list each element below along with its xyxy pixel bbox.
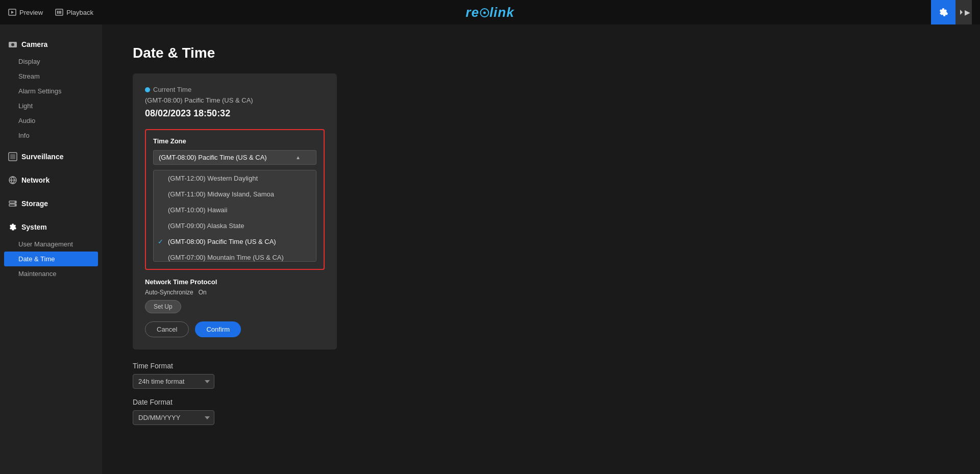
current-datetime-value: 08/02/2023 18:50:32	[145, 108, 325, 119]
settings-button[interactable]	[931, 0, 955, 24]
date-format-label: Date Format	[133, 398, 949, 406]
time-format-label: Time Format	[133, 362, 949, 370]
sidebar-section-surveillance: Surveillance	[0, 147, 102, 166]
card-actions: Cancel Confirm	[145, 321, 325, 337]
logo: relink	[465, 5, 514, 20]
svg-point-7	[11, 43, 14, 46]
surveillance-icon	[8, 152, 17, 161]
svg-point-13	[15, 202, 16, 203]
camera-icon	[8, 40, 17, 49]
network-section-label: Network	[21, 176, 50, 184]
sidebar-storage-header[interactable]: Storage	[0, 194, 102, 213]
sidebar-item-user-management[interactable]: User Management	[0, 237, 102, 252]
preview-nav-item[interactable]: Preview	[8, 8, 43, 16]
sidebar-network-header[interactable]: Network	[0, 170, 102, 190]
main-layout: Camera Display Stream Alarm Settings Lig…	[0, 24, 980, 474]
svg-rect-5	[60, 11, 61, 14]
page-title: Date & Time	[133, 45, 949, 61]
playback-label: Playback	[66, 9, 93, 16]
sidebar-section-system: System User Management Date & Time Maint…	[0, 217, 102, 281]
sidebar-item-info[interactable]: Info	[0, 128, 102, 143]
time-format-section: Time Format 24h time format 12h time for…	[133, 362, 949, 389]
current-time-timezone: (GMT-08:00) Pacific Time (US & CA)	[145, 96, 325, 104]
confirm-button[interactable]: Confirm	[195, 321, 241, 337]
svg-rect-4	[59, 11, 60, 14]
timezone-option-3[interactable]: (GMT-09:00) Alaska State	[154, 218, 316, 234]
sidebar-item-maintenance[interactable]: Maintenance	[0, 266, 102, 281]
timezone-option-2[interactable]: (GMT-10:00) Hawaii	[154, 202, 316, 218]
sidebar-item-stream[interactable]: Stream	[0, 69, 102, 84]
topnav-left: Preview Playback	[8, 8, 93, 16]
timezone-section: Time Zone (GMT-08:00) Pacific Time (US &…	[145, 129, 325, 270]
sidebar-surveillance-header[interactable]: Surveillance	[0, 147, 102, 166]
date-format-section: Date Format DD/MM/YYYY MM/DD/YYYY YYYY/M…	[133, 398, 949, 425]
chevron-up-icon: ▲	[296, 155, 301, 160]
sidebar-section-storage: Storage	[0, 194, 102, 213]
sidebar-item-date-time[interactable]: Date & Time	[4, 252, 98, 266]
camera-section-label: Camera	[21, 40, 47, 48]
timezone-select-wrapper: (GMT-08:00) Pacific Time (US & CA) ▲	[153, 150, 316, 165]
sidebar-system-header[interactable]: System	[0, 217, 102, 237]
ntp-section: Network Time Protocol Auto-Synchronize O…	[145, 278, 325, 313]
ntp-auto-sync: Auto-Synchronize On	[145, 289, 325, 296]
logo-text: relink	[465, 5, 514, 20]
date-format-select[interactable]: DD/MM/YYYY MM/DD/YYYY YYYY/MM/DD	[133, 410, 214, 425]
topnav: Preview Playback relink	[0, 0, 980, 24]
checkmark-icon: ✓	[158, 238, 163, 245]
timezone-option-4[interactable]: ✓ (GMT-08:00) Pacific Time (US & CA)	[154, 234, 316, 250]
time-format-select[interactable]: 24h time format 12h time format	[133, 374, 214, 389]
current-time-label: Current Time	[145, 86, 325, 93]
playback-nav-item[interactable]: Playback	[55, 8, 93, 16]
preview-icon	[8, 8, 16, 16]
system-section-label: System	[21, 223, 47, 231]
preview-label: Preview	[19, 9, 43, 16]
content-area: Date & Time Current Time (GMT-08:00) Pac…	[102, 24, 980, 474]
sidebar-item-alarm-settings[interactable]: Alarm Settings	[0, 84, 102, 98]
sidebar-item-light[interactable]: Light	[0, 98, 102, 113]
sidebar-section-camera: Camera Display Stream Alarm Settings Lig…	[0, 35, 102, 143]
timezone-dropdown: (GMT-12:00) Western Daylight (GMT-11:00)…	[153, 170, 316, 262]
setup-button[interactable]: Set Up	[145, 300, 181, 313]
network-icon	[8, 176, 17, 185]
sidebar-item-audio[interactable]: Audio	[0, 113, 102, 128]
storage-section-label: Storage	[21, 199, 48, 208]
timezone-select[interactable]: (GMT-08:00) Pacific Time (US & CA) ▲	[153, 150, 316, 165]
timezone-option-0[interactable]: (GMT-12:00) Western Daylight	[154, 170, 316, 186]
timezone-option-1[interactable]: (GMT-11:00) Midway Island, Samoa	[154, 186, 316, 202]
sidebar-item-display[interactable]: Display	[0, 54, 102, 69]
surveillance-section-label: Surveillance	[21, 153, 64, 161]
timezone-option-5[interactable]: (GMT-07:00) Mountain Time (US & CA)	[154, 250, 316, 262]
svg-rect-9	[10, 154, 15, 159]
sidebar: Camera Display Stream Alarm Settings Lig…	[0, 24, 102, 474]
svg-marker-1	[11, 11, 14, 14]
datetime-card: Current Time (GMT-08:00) Pacific Time (U…	[133, 73, 337, 350]
storage-icon	[8, 199, 17, 208]
gear-icon	[938, 7, 948, 17]
arrow-right-icon	[958, 9, 965, 16]
cancel-button[interactable]: Cancel	[145, 321, 189, 337]
system-icon	[8, 222, 17, 232]
topnav-right: ▶	[931, 0, 972, 24]
svg-point-14	[15, 205, 16, 206]
sidebar-section-network: Network	[0, 170, 102, 190]
playback-icon	[55, 8, 63, 16]
timezone-selected-value: (GMT-08:00) Pacific Time (US & CA)	[159, 154, 267, 161]
expand-button[interactable]: ▶	[955, 0, 972, 24]
clock-dot-icon	[145, 87, 150, 92]
svg-rect-3	[57, 11, 58, 14]
sidebar-camera-header[interactable]: Camera	[0, 35, 102, 54]
timezone-section-label: Time Zone	[153, 137, 316, 145]
ntp-label: Network Time Protocol	[145, 278, 325, 286]
